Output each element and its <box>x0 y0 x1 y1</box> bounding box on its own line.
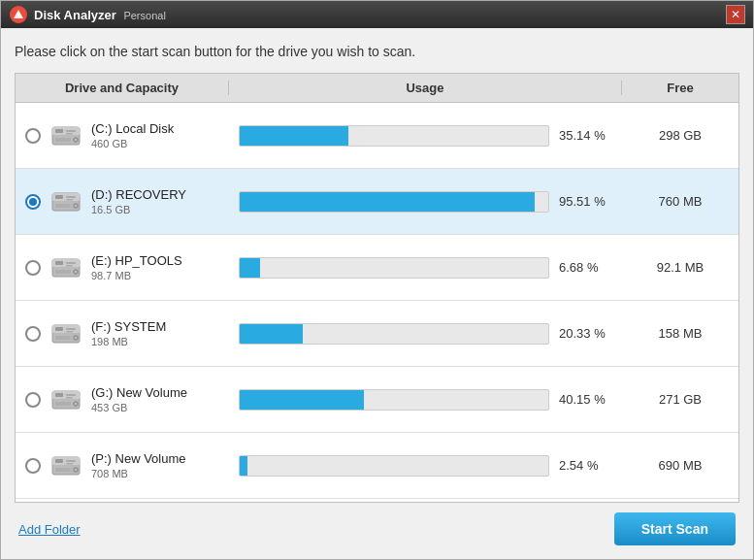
app-title: Disk Analyzer Personal <box>34 8 726 22</box>
drive-row[interactable]: (F:) SYSTEM 198 MB 20.33 % 158 MB <box>16 301 738 367</box>
drive-name: (E:) HP_TOOLS <box>91 253 182 268</box>
radio-button[interactable] <box>25 194 41 210</box>
svg-point-24 <box>75 271 77 273</box>
drive-info-cell: (F:) SYSTEM 198 MB <box>16 309 229 359</box>
usage-percentage: 2.54 % <box>559 458 612 473</box>
svg-point-40 <box>75 403 77 405</box>
drive-size: 708 MB <box>91 468 186 479</box>
svg-rect-41 <box>55 402 71 406</box>
drive-info-cell: (E:) HP_TOOLS 98.7 MB <box>16 243 229 293</box>
hdd-icon <box>49 382 83 417</box>
drive-details: (F:) SYSTEM 198 MB <box>91 319 166 347</box>
svg-point-16 <box>75 205 77 207</box>
drive-row[interactable]: (C:) Local Disk 460 GB 35.14 % 298 GB <box>16 103 738 169</box>
usage-percentage: 40.15 % <box>559 392 612 407</box>
usage-cell: 6.68 % <box>229 257 622 279</box>
usage-cell: 20.33 % <box>229 323 622 345</box>
drive-size: 16.5 GB <box>91 204 186 215</box>
drive-info-cell: (P:) New Volume 708 MB <box>16 441 229 491</box>
svg-rect-30 <box>66 331 73 333</box>
usage-percentage: 95.51 % <box>559 194 612 209</box>
progress-bar-bg <box>239 389 549 411</box>
progress-bar-bg <box>239 323 549 345</box>
svg-rect-20 <box>55 261 63 265</box>
svg-rect-28 <box>55 327 63 331</box>
drive-row[interactable]: (E:) HP_TOOLS 98.7 MB 6.68 % 92.1 MB <box>16 235 738 301</box>
radio-button[interactable] <box>25 128 41 144</box>
usage-percentage: 35.14 % <box>559 128 612 143</box>
progress-bar-fill <box>240 390 364 410</box>
drive-size: 98.7 MB <box>91 270 182 281</box>
drive-details: (C:) Local Disk 460 GB <box>91 121 174 149</box>
header-drive: Drive and Capacity <box>16 81 229 95</box>
app-logo <box>9 5 28 24</box>
radio-button[interactable] <box>25 260 41 276</box>
drive-name: (P:) New Volume <box>91 451 186 466</box>
progress-bar-bg <box>239 257 549 279</box>
svg-rect-12 <box>55 195 63 199</box>
svg-point-8 <box>75 139 77 141</box>
hdd-icon <box>49 316 83 351</box>
usage-percentage: 6.68 % <box>559 260 612 275</box>
drive-details: (P:) New Volume 708 MB <box>91 451 186 479</box>
free-cell: 760 MB <box>622 194 738 209</box>
svg-rect-22 <box>66 265 73 267</box>
svg-rect-5 <box>66 130 76 132</box>
instruction-text: Please click on the start scan button fo… <box>15 44 739 59</box>
drive-size: 198 MB <box>91 336 166 347</box>
free-cell: 158 MB <box>622 326 738 341</box>
drive-info-cell: (C:) Local Disk 460 GB <box>16 111 229 161</box>
svg-rect-29 <box>66 328 76 330</box>
radio-button[interactable] <box>25 392 41 408</box>
drive-info-cell: (D:) RECOVERY 16.5 GB <box>16 177 229 227</box>
free-cell: 298 GB <box>622 128 738 143</box>
svg-rect-6 <box>66 133 73 135</box>
drive-details: (E:) HP_TOOLS 98.7 MB <box>91 253 182 281</box>
svg-point-32 <box>75 337 77 339</box>
progress-bar-bg <box>239 191 549 213</box>
svg-rect-14 <box>66 199 73 201</box>
titlebar: Disk Analyzer Personal ✕ <box>1 1 753 28</box>
drive-info-cell: (G:) New Volume 453 GB <box>16 375 229 425</box>
drive-name: (D:) RECOVERY <box>91 187 186 202</box>
progress-bar-fill <box>240 456 247 476</box>
svg-rect-25 <box>55 270 71 274</box>
drive-size: 460 GB <box>91 138 174 149</box>
title-text: Disk Analyzer <box>34 8 116 22</box>
progress-bar-fill <box>240 258 260 278</box>
progress-bar-bg <box>239 125 549 147</box>
main-content: Please click on the start scan button fo… <box>1 28 753 559</box>
drive-row[interactable]: (D:) RECOVERY 16.5 GB 95.51 % 760 MB <box>16 169 738 235</box>
radio-button[interactable] <box>25 458 41 474</box>
hdd-icon <box>49 118 83 153</box>
svg-rect-49 <box>55 468 71 472</box>
drive-name: (G:) New Volume <box>91 385 187 400</box>
add-folder-link[interactable]: Add Folder <box>18 522 81 537</box>
usage-cell: 2.54 % <box>229 455 622 477</box>
drive-rows-container: (C:) Local Disk 460 GB 35.14 % 298 GB (D… <box>16 103 738 499</box>
svg-rect-45 <box>66 460 76 462</box>
svg-rect-33 <box>55 336 71 340</box>
svg-rect-21 <box>66 262 76 264</box>
drive-row[interactable]: (P:) New Volume 708 MB 2.54 % 690 MB <box>16 433 738 499</box>
free-cell: 92.1 MB <box>622 260 738 275</box>
drive-name: (F:) SYSTEM <box>91 319 166 334</box>
main-window: Disk Analyzer Personal ✕ Please click on… <box>0 0 754 560</box>
close-button[interactable]: ✕ <box>726 5 745 24</box>
progress-bar-fill <box>240 324 303 344</box>
svg-point-48 <box>75 469 77 471</box>
hdd-icon <box>49 448 83 483</box>
drive-table: Drive and Capacity Usage Free (C:) Local… <box>15 73 739 503</box>
svg-rect-17 <box>55 204 71 208</box>
svg-rect-13 <box>66 196 76 198</box>
free-cell: 271 GB <box>622 392 738 407</box>
drive-row[interactable]: (G:) New Volume 453 GB 40.15 % 271 GB <box>16 367 738 433</box>
start-scan-button[interactable]: Start Scan <box>614 512 736 545</box>
usage-cell: 95.51 % <box>229 191 622 213</box>
title-subtitle: Personal <box>123 10 165 21</box>
drive-details: (D:) RECOVERY 16.5 GB <box>91 187 186 215</box>
radio-button[interactable] <box>25 326 41 342</box>
progress-bar-fill <box>240 192 535 212</box>
drive-details: (G:) New Volume 453 GB <box>91 385 187 413</box>
svg-point-1 <box>16 13 20 16</box>
